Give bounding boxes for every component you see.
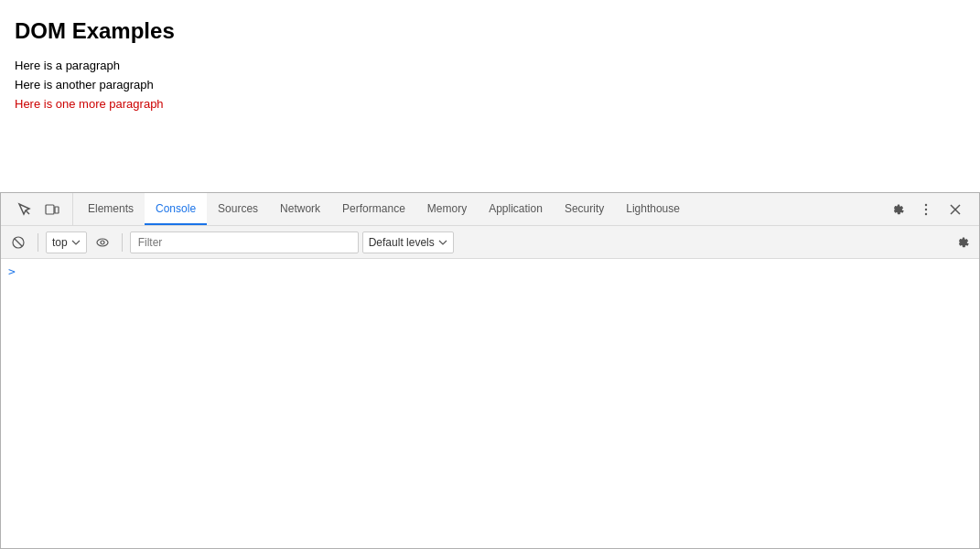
- context-value: top: [52, 236, 68, 249]
- inspect-element-icon[interactable]: [12, 197, 38, 222]
- toolbar-icons-left: [5, 193, 73, 225]
- paragraph-2: Here is another paragraph: [15, 78, 965, 92]
- devtools-tabs: Elements Console Sources Network Perform…: [73, 193, 877, 225]
- svg-point-3: [925, 203, 927, 205]
- toolbar-icons-right: [877, 197, 975, 222]
- levels-label: Default levels: [369, 236, 435, 249]
- paragraph-3: Here is one more paragraph: [15, 97, 965, 111]
- console-filter-input[interactable]: [130, 231, 359, 253]
- console-prompt[interactable]: >: [1, 263, 979, 280]
- svg-point-4: [925, 208, 927, 210]
- page-title: DOM Examples: [15, 18, 965, 44]
- svg-point-10: [97, 239, 108, 246]
- chevron-down-icon: [71, 240, 81, 245]
- tab-sources[interactable]: Sources: [207, 193, 269, 225]
- tab-security[interactable]: Security: [554, 193, 615, 225]
- svg-rect-1: [46, 205, 54, 214]
- console-content: >: [1, 259, 979, 548]
- context-selector[interactable]: top: [46, 231, 87, 253]
- default-levels-selector[interactable]: Default levels: [362, 231, 454, 253]
- live-expressions-icon[interactable]: [91, 231, 114, 254]
- devtools-panel: Elements Console Sources Network Perform…: [0, 192, 980, 549]
- tab-elements[interactable]: Elements: [77, 193, 145, 225]
- svg-line-9: [15, 239, 22, 246]
- page-content: DOM Examples Here is a paragraph Here is…: [0, 0, 980, 192]
- tab-memory[interactable]: Memory: [416, 193, 478, 225]
- settings-icon[interactable]: [884, 197, 910, 222]
- tab-application[interactable]: Application: [478, 193, 554, 225]
- device-toolbar-icon[interactable]: [39, 197, 65, 222]
- tab-lighthouse[interactable]: Lighthouse: [615, 193, 691, 225]
- tab-console[interactable]: Console: [145, 193, 207, 225]
- paragraph-1: Here is a paragraph: [15, 59, 965, 72]
- prompt-arrow: >: [8, 264, 16, 278]
- svg-point-11: [101, 241, 104, 244]
- close-devtools-icon[interactable]: [942, 197, 968, 222]
- separator-1: [38, 233, 38, 252]
- clear-console-icon[interactable]: [6, 231, 30, 254]
- svg-line-0: [26, 210, 29, 214]
- devtools-toolbar: Elements Console Sources Network Perform…: [1, 193, 979, 226]
- console-settings-icon[interactable]: [950, 231, 974, 254]
- svg-rect-2: [55, 207, 59, 213]
- tab-performance[interactable]: Performance: [331, 193, 416, 225]
- console-toolbar: top Default levels: [1, 226, 979, 259]
- levels-chevron-icon: [438, 240, 447, 245]
- separator-2: [122, 233, 123, 252]
- tab-network[interactable]: Network: [269, 193, 331, 225]
- svg-point-5: [925, 212, 927, 214]
- more-options-icon[interactable]: [913, 197, 939, 222]
